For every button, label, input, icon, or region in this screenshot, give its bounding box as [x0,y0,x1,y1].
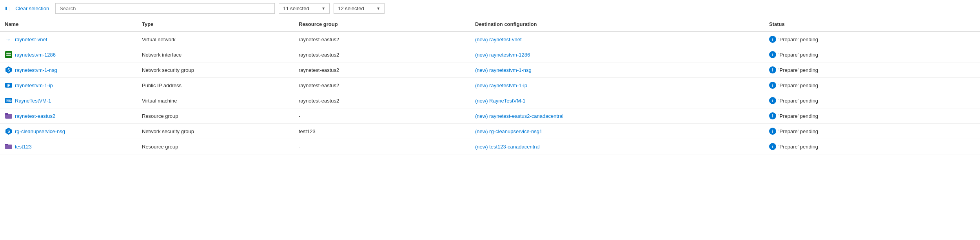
info-icon-7[interactable]: i [769,143,776,150]
table-row: VM RayneTestVM-1 Virtual machine raynete… [0,93,980,108]
svg-rect-14 [5,144,8,145]
status-text-2: 'Prepare' pending [779,67,818,73]
cell-dest-2: (new) raynetestvm-1-nsg [470,62,764,78]
cell-name-7: test123 [0,139,137,154]
cell-dest-1: (new) raynetestvm-1286 [470,47,764,62]
cell-status-6: i 'Prepare' pending [764,124,980,139]
filter-dropdown-2[interactable]: 12 selected ▼ [334,3,385,14]
destination-link-6[interactable]: (new) rg-cleanupservice-nsg1 [475,128,542,134]
cell-rg-4: raynetest-eastus2 [294,93,470,108]
table-row: IP raynetestvm-1-ip Public IP address ra… [0,78,980,93]
cell-rg-5: - [294,108,470,124]
svg-text:→: → [5,36,11,43]
col-header-type: Type [137,17,294,31]
table-row: raynetestvm-1286 Network interface rayne… [0,47,980,62]
col-header-status: Status [764,17,980,31]
resource-name-link-0[interactable]: raynetest-vnet [15,37,47,42]
info-icon-2[interactable]: i [769,66,776,73]
cell-status-0: i 'Prepare' pending [764,31,980,47]
resource-name-link-6[interactable]: rg-cleanupservice-nsg [15,128,65,134]
cell-dest-0: (new) raynetest-vnet [470,31,764,47]
resource-icon-1 [5,51,13,59]
resource-icon-7 [5,143,13,150]
cell-status-7: i 'Prepare' pending [764,139,980,154]
toolbar: ll | Clear selection 11 selected ▼ 12 se… [0,0,980,17]
table-header-row: Name Type Resource group Destination con… [0,17,980,31]
cell-status-5: i 'Prepare' pending [764,108,980,124]
svg-text:VM: VM [7,99,12,103]
cell-dest-7: (new) test123-canadacentral [470,139,764,154]
info-icon-3[interactable]: i [769,82,776,89]
status-text-0: 'Prepare' pending [779,37,818,42]
cell-type-6: Network security group [137,124,294,139]
status-text-1: 'Prepare' pending [779,52,818,58]
resource-icon-3: IP [5,81,13,89]
cell-rg-2: raynetest-eastus2 [294,62,470,78]
resource-name-link-7[interactable]: test123 [15,144,32,150]
resources-table: Name Type Resource group Destination con… [0,17,980,154]
col-header-name: Name [0,17,137,31]
resource-name-link-4[interactable]: RayneTestVM-1 [15,98,51,104]
status-text-7: 'Prepare' pending [779,144,818,150]
info-icon-6[interactable]: i [769,128,776,135]
resource-icon-0: → [5,35,13,43]
cell-rg-7: - [294,139,470,154]
cell-name-3: IP raynetestvm-1-ip [0,78,137,93]
svg-text:IP: IP [7,83,11,88]
cell-status-4: i 'Prepare' pending [764,93,980,108]
destination-link-4[interactable]: (new) RayneTestVM-1 [475,98,526,104]
svg-text:S: S [7,68,10,72]
cell-dest-3: (new) raynetestvm-1-ip [470,78,764,93]
cell-type-4: Virtual machine [137,93,294,108]
destination-link-5[interactable]: (new) raynetest-eastus2-canadacentral [475,113,563,119]
col-header-dest: Destination configuration [470,17,764,31]
svg-rect-11 [5,113,8,115]
info-icon-4[interactable]: i [769,97,776,104]
col-header-rg: Resource group [294,17,470,31]
destination-link-0[interactable]: (new) raynetest-vnet [475,37,522,42]
filter-dropdown-1[interactable]: 11 selected ▼ [279,3,330,14]
divider: | [9,5,11,11]
cell-status-1: i 'Prepare' pending [764,47,980,62]
cell-rg-3: raynetest-eastus2 [294,78,470,93]
table-row: S raynetestvm-1-nsg Network security gro… [0,62,980,78]
resource-name-link-3[interactable]: raynetestvm-1-ip [15,82,53,88]
svg-rect-3 [6,55,11,56]
cell-status-3: i 'Prepare' pending [764,78,980,93]
info-icon-0[interactable]: i [769,36,776,43]
cell-dest-5: (new) raynetest-eastus2-canadacentral [470,108,764,124]
cell-rg-1: raynetest-eastus2 [294,47,470,62]
select-all-link[interactable]: ll [5,5,7,11]
status-text-6: 'Prepare' pending [779,128,818,134]
destination-link-7[interactable]: (new) test123-canadacentral [475,144,540,150]
resource-icon-6: S [5,127,13,135]
destination-link-1[interactable]: (new) raynetestvm-1286 [475,52,530,58]
cell-type-3: Public IP address [137,78,294,93]
cell-name-1: raynetestvm-1286 [0,47,137,62]
info-icon-5[interactable]: i [769,112,776,119]
info-icon-1[interactable]: i [769,51,776,58]
resource-name-link-5[interactable]: raynetest-eastus2 [15,113,55,119]
resource-name-link-2[interactable]: raynetestvm-1-nsg [15,67,57,73]
status-text-3: 'Prepare' pending [779,82,818,88]
filter-dropdown-2-arrow: ▼ [376,6,380,11]
cell-name-6: S rg-cleanupservice-nsg [0,124,137,139]
cell-name-4: VM RayneTestVM-1 [0,93,137,108]
resource-icon-5 [5,112,13,120]
destination-link-2[interactable]: (new) raynetestvm-1-nsg [475,67,532,73]
clear-selection-button[interactable]: Clear selection [13,4,51,13]
destination-link-3[interactable]: (new) raynetestvm-1-ip [475,82,527,88]
table-row: S rg-cleanupservice-nsg Network security… [0,124,980,139]
svg-text:S: S [7,129,10,134]
cell-dest-6: (new) rg-cleanupservice-nsg1 [470,124,764,139]
status-text-5: 'Prepare' pending [779,113,818,119]
resource-name-link-1[interactable]: raynetestvm-1286 [15,52,56,58]
cell-rg-6: test123 [294,124,470,139]
status-text-4: 'Prepare' pending [779,98,818,104]
table-row: raynetest-eastus2 Resource group - (new)… [0,108,980,124]
cell-status-2: i 'Prepare' pending [764,62,980,78]
search-input[interactable] [55,3,275,14]
cell-type-7: Resource group [137,139,294,154]
cell-type-1: Network interface [137,47,294,62]
cell-type-5: Resource group [137,108,294,124]
